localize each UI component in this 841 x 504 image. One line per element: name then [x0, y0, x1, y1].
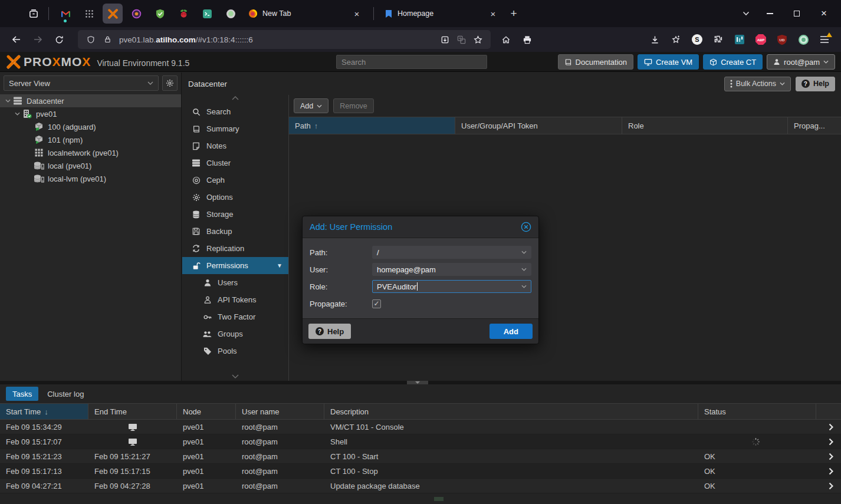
tree-item-node-pve01[interactable]: pve01 — [0, 107, 181, 120]
column-header-end-time[interactable]: End Time — [88, 404, 177, 419]
task-row[interactable]: Feb 09 15:34:29 pve01 root@pam VM/CT 101… — [0, 420, 841, 434]
task-row[interactable]: Feb 09 15:17:07 pve01 root@pam Shell — [0, 434, 841, 449]
view-selector[interactable]: Server View — [4, 75, 159, 91]
application-menu-button[interactable] — [816, 31, 833, 48]
print-button[interactable] — [518, 30, 537, 49]
chevron-right-icon[interactable] — [829, 453, 834, 460]
dialog-header[interactable]: Add: User Permission — [303, 216, 538, 238]
translate-button[interactable] — [453, 31, 469, 48]
task-row[interactable]: Feb 09 15:17:13 Feb 09 15:17:15 pve01 ro… — [0, 464, 841, 479]
extension-ublock-button[interactable]: UD — [773, 31, 791, 48]
tab-cluster-log[interactable]: Cluster log — [41, 387, 90, 401]
chevron-right-icon[interactable] — [829, 438, 834, 446]
column-header-node[interactable]: Node — [177, 404, 236, 419]
column-header-user[interactable]: User/Group/API Token — [455, 117, 622, 134]
task-row[interactable]: Feb 09 15:21:23 Feb 09 15:21:27 pve01 ro… — [0, 449, 841, 464]
close-tab-icon[interactable]: × — [487, 8, 499, 19]
pinned-tab-purple-app[interactable] — [126, 4, 146, 24]
task-row[interactable]: Feb 09 04:27:21 Feb 09 04:27:28 pve01 ro… — [0, 479, 841, 493]
extension-s-button[interactable]: S — [688, 31, 706, 48]
menu-item-api-tokens[interactable]: API Tokens — [182, 291, 288, 308]
column-header-description[interactable]: Description — [324, 404, 698, 419]
pinned-tab-proxmox[interactable] — [103, 4, 123, 24]
pinned-tab-raspberrypi[interactable] — [173, 4, 193, 24]
window-close-button[interactable]: × — [810, 2, 837, 25]
menu-item-groups[interactable]: Groups — [182, 325, 288, 342]
chevron-right-icon[interactable] — [829, 467, 834, 475]
chevron-right-icon[interactable] — [829, 423, 834, 431]
dialog-help-button[interactable]: Help — [308, 324, 351, 339]
scroll-down-icon[interactable] — [182, 374, 288, 378]
scroll-up-icon[interactable] — [182, 96, 288, 100]
save-page-button[interactable] — [436, 31, 453, 48]
dialog-add-button[interactable]: Add — [490, 324, 533, 339]
tab-new-tab[interactable]: New Tab × — [244, 4, 367, 24]
menu-item-ceph[interactable]: Ceph — [182, 172, 288, 189]
dialog-close-button[interactable] — [521, 222, 531, 232]
create-ct-button[interactable]: Create CT — [703, 54, 763, 70]
user-combobox[interactable]: homepage@pam — [372, 263, 531, 276]
menu-item-two-factor[interactable]: Two Factor — [182, 308, 288, 325]
menu-item-permissions[interactable]: Permissions▼ — [182, 257, 288, 274]
tab-tasks[interactable]: Tasks — [6, 387, 38, 401]
extensions-button[interactable] — [709, 31, 727, 48]
tree-item-storage-local-lvm[interactable]: local-lvm (pve01) — [0, 172, 181, 185]
new-tab-button[interactable]: + — [505, 5, 523, 22]
bulk-actions-button[interactable]: Bulk Actions — [724, 77, 791, 91]
window-minimize-button[interactable] — [756, 2, 783, 25]
extension-adblock-plus-button[interactable]: ABP — [752, 31, 770, 48]
extension-privacy-button[interactable] — [794, 31, 812, 48]
menu-item-backup[interactable]: Backup — [182, 223, 288, 240]
role-combobox[interactable]: PVEAuditor — [372, 280, 531, 293]
chevron-right-icon[interactable] — [829, 482, 834, 490]
close-tab-icon[interactable]: × — [351, 8, 363, 19]
tab-homepage[interactable]: Homepage × — [380, 4, 504, 24]
pinned-tab-monitor-app[interactable] — [221, 4, 241, 24]
path-combobox[interactable]: / — [372, 246, 531, 259]
menu-item-summary[interactable]: Summary — [182, 120, 288, 137]
expander-icon[interactable] — [4, 99, 12, 103]
user-menu-button[interactable]: root@pam — [767, 54, 835, 70]
column-header-propagate[interactable]: Propag... — [788, 117, 841, 134]
pinned-tab-gmail[interactable] — [55, 4, 75, 24]
address-bar[interactable]: pve01.lab.atilho.com/#v1:0:18:4::::::6 — [78, 30, 491, 49]
global-search-input[interactable] — [336, 55, 487, 69]
pinned-tab-adguard[interactable] — [150, 4, 170, 24]
extension-dashboard-button[interactable] — [731, 31, 748, 48]
shortcuts-star-button[interactable] — [667, 31, 685, 48]
menu-item-cluster[interactable]: Cluster — [182, 154, 288, 172]
reload-button[interactable] — [50, 30, 68, 49]
tree-settings-button[interactable] — [162, 75, 178, 91]
add-dropdown-button[interactable]: Add — [294, 98, 328, 113]
expander-icon[interactable] — [13, 112, 21, 116]
downloads-button[interactable] — [646, 31, 663, 48]
menu-item-pools[interactable]: Pools — [182, 342, 288, 360]
menu-item-replication[interactable]: Replication — [182, 240, 288, 257]
menu-item-notes[interactable]: Notes — [182, 137, 288, 154]
help-button[interactable]: Help — [796, 77, 835, 91]
back-button[interactable] — [7, 30, 26, 49]
tree-item-datacenter[interactable]: Datacenter — [0, 94, 181, 107]
tree-item-ct-100[interactable]: 100 (adguard) — [0, 120, 181, 133]
window-maximize-button[interactable] — [783, 2, 810, 25]
documentation-button[interactable]: Documentation — [558, 54, 633, 70]
column-header-path[interactable]: Path — [289, 117, 455, 134]
home-button[interactable] — [497, 30, 515, 49]
pinned-tab-terminal-app[interactable] — [197, 4, 217, 24]
create-vm-button[interactable]: Create VM — [638, 54, 699, 70]
column-header-user-name[interactable]: User name — [236, 404, 324, 419]
tree-item-storage-local[interactable]: local (pve01) — [0, 159, 181, 172]
bookmark-star-button[interactable] — [469, 31, 486, 48]
menu-item-options[interactable]: Options — [182, 189, 288, 206]
menu-item-search[interactable]: Search — [182, 103, 288, 120]
list-all-tabs-button[interactable] — [736, 4, 756, 24]
pinned-tab-apps-grid[interactable] — [79, 4, 99, 24]
column-header-status[interactable]: Status — [698, 404, 816, 419]
firefox-view-button[interactable] — [24, 4, 44, 24]
column-header-role[interactable]: Role — [622, 117, 788, 134]
tree-item-ct-101[interactable]: 101 (npm) — [0, 133, 181, 146]
forward-button[interactable] — [28, 30, 47, 49]
column-header-start-time[interactable]: Start Time — [0, 404, 88, 419]
propagate-checkbox[interactable] — [372, 299, 381, 308]
tree-item-localnetwork[interactable]: localnetwork (pve01) — [0, 146, 181, 159]
